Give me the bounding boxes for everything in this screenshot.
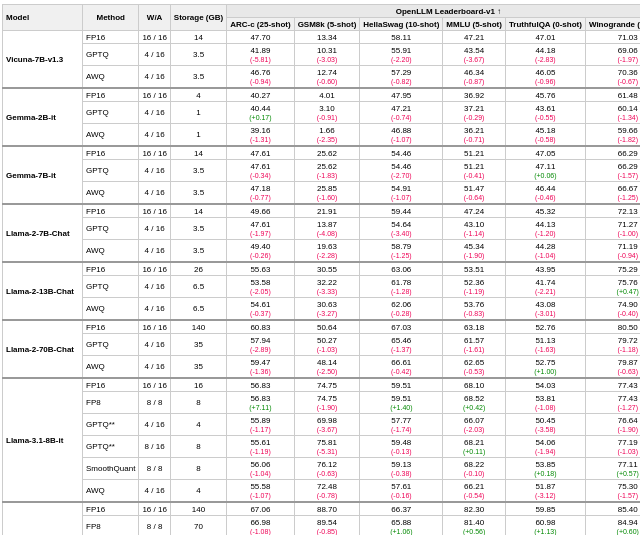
cell-metric: 77.11(+0.57) xyxy=(585,458,640,480)
cell-metric: 71.27(-1.00) xyxy=(585,218,640,240)
cell-metric: 75.76(+0.47) xyxy=(585,276,640,298)
cell-wa: 4 / 16 xyxy=(139,182,170,205)
cell-wa: 4 / 16 xyxy=(139,124,170,147)
cell-method: GPTQ xyxy=(83,218,139,240)
cell-storage: 6.5 xyxy=(170,298,226,321)
cell-method: SmoothQuant xyxy=(83,458,139,480)
cell-metric: 76.12(-0.63) xyxy=(294,458,360,480)
cell-metric: 47.61(-1.97) xyxy=(227,218,294,240)
cell-metric: 79.72(-1.18) xyxy=(585,334,640,356)
col-header-model: Model xyxy=(3,5,83,31)
cell-metric: 53.58(-2.05) xyxy=(227,276,294,298)
col-header-storage: Storage (GB) xyxy=(170,5,226,31)
cell-metric: 89.54(-0.85) xyxy=(294,516,360,536)
cell-metric: 40.44(+0.17) xyxy=(227,102,294,124)
cell-metric: 77.43(-1.27) xyxy=(585,392,640,414)
cell-wa: 8 / 8 xyxy=(139,458,170,480)
col-header-truthfulqa: TruthfulQA (0-shot) xyxy=(505,18,585,31)
cell-metric: 50.64 xyxy=(294,320,360,334)
cell-metric: 47.61(-0.34) xyxy=(227,160,294,182)
cell-metric: 61.78(-1.28) xyxy=(360,276,443,298)
cell-metric: 54.91(-1.07) xyxy=(360,182,443,205)
cell-wa: 16 / 16 xyxy=(139,262,170,276)
cell-storage: 8 xyxy=(170,392,226,414)
cell-metric: 30.63(-3.27) xyxy=(294,298,360,321)
cell-method: FP16 xyxy=(83,502,139,516)
cell-method: GPTQ xyxy=(83,334,139,356)
cell-storage: 140 xyxy=(170,502,226,516)
cell-storage: 3.5 xyxy=(170,240,226,263)
cell-metric: 79.87(-0.63) xyxy=(585,356,640,379)
cell-metric: 36.92 xyxy=(443,88,506,102)
cell-storage: 8 xyxy=(170,458,226,480)
cell-method: FP16 xyxy=(83,320,139,334)
cell-metric: 60.98(+1.13) xyxy=(505,516,585,536)
cell-model: Llama-2-7B-Chat xyxy=(3,204,83,262)
cell-metric: 59.47(-1.36) xyxy=(227,356,294,379)
cell-wa: 4 / 16 xyxy=(139,414,170,436)
cell-metric: 49.66 xyxy=(227,204,294,218)
cell-metric: 82.30 xyxy=(443,502,506,516)
cell-metric: 68.52(+0.42) xyxy=(443,392,506,414)
cell-metric: 77.19(-1.03) xyxy=(585,436,640,458)
cell-method: FP16 xyxy=(83,146,139,160)
cell-wa: 4 / 16 xyxy=(139,102,170,124)
cell-wa: 16 / 16 xyxy=(139,146,170,160)
cell-metric: 43.10(-1.14) xyxy=(443,218,506,240)
cell-method: AWQ xyxy=(83,66,139,89)
cell-metric: 62.06(-0.28) xyxy=(360,298,443,321)
cell-wa: 4 / 16 xyxy=(139,276,170,298)
cell-metric: 61.57(-1.61) xyxy=(443,334,506,356)
cell-metric: 66.67(-1.25) xyxy=(585,182,640,205)
cell-metric: 44.28(-1.04) xyxy=(505,240,585,263)
col-header-hellaswag: HellaSwag (10-shot) xyxy=(360,18,443,31)
cell-metric: 55.58(-1.07) xyxy=(227,480,294,503)
cell-metric: 48.14(-2.50) xyxy=(294,356,360,379)
cell-storage: 26 xyxy=(170,262,226,276)
col-header-method: Method xyxy=(83,5,139,31)
cell-metric: 47.01 xyxy=(505,31,585,44)
cell-metric: 59.13(-0.38) xyxy=(360,458,443,480)
cell-metric: 41.74(-2.21) xyxy=(505,276,585,298)
cell-method: AWQ xyxy=(83,298,139,321)
cell-metric: 53.76(-0.83) xyxy=(443,298,506,321)
cell-metric: 46.05(-0.96) xyxy=(505,66,585,89)
cell-metric: 59.85 xyxy=(505,502,585,516)
cell-storage: 3.5 xyxy=(170,160,226,182)
cell-metric: 57.94(-2.89) xyxy=(227,334,294,356)
cell-metric: 67.03 xyxy=(360,320,443,334)
cell-metric: 72.13 xyxy=(585,204,640,218)
cell-metric: 37.21(-0.29) xyxy=(443,102,506,124)
cell-method: GPTQ xyxy=(83,44,139,66)
cell-storage: 4 xyxy=(170,88,226,102)
cell-metric: 57.61(-0.16) xyxy=(360,480,443,503)
cell-metric: 55.61(-1.19) xyxy=(227,436,294,458)
cell-metric: 41.89(-5.81) xyxy=(227,44,294,66)
cell-metric: 65.88(+1.06) xyxy=(360,516,443,536)
cell-metric: 69.06(-1.97) xyxy=(585,44,640,66)
cell-metric: 66.37 xyxy=(360,502,443,516)
cell-metric: 39.16(-1.31) xyxy=(227,124,294,147)
cell-storage: 3.5 xyxy=(170,218,226,240)
cell-metric: 54.64(-3.40) xyxy=(360,218,443,240)
cell-wa: 4 / 16 xyxy=(139,334,170,356)
cell-metric: 66.07(-2.03) xyxy=(443,414,506,436)
cell-metric: 63.18 xyxy=(443,320,506,334)
cell-wa: 16 / 16 xyxy=(139,320,170,334)
leaderboard-table: Model Method W/A Storage (GB) OpenLLM Le… xyxy=(2,4,640,535)
cell-wa: 4 / 16 xyxy=(139,480,170,503)
cell-storage: 3.5 xyxy=(170,182,226,205)
cell-wa: 16 / 16 xyxy=(139,502,170,516)
cell-storage: 3.5 xyxy=(170,66,226,89)
cell-metric: 32.22(-3.33) xyxy=(294,276,360,298)
cell-metric: 4.01 xyxy=(294,88,360,102)
cell-method: FP8 xyxy=(83,392,139,414)
cell-metric: 13.34 xyxy=(294,31,360,44)
cell-storage: 16 xyxy=(170,378,226,392)
cell-method: GPTQ** xyxy=(83,414,139,436)
cell-metric: 55.63 xyxy=(227,262,294,276)
cell-storage: 1 xyxy=(170,102,226,124)
openllm-header: OpenLLM Leaderboard-v1 ↑ xyxy=(227,5,640,18)
cell-metric: 54.61(-0.37) xyxy=(227,298,294,321)
cell-storage: 1 xyxy=(170,124,226,147)
